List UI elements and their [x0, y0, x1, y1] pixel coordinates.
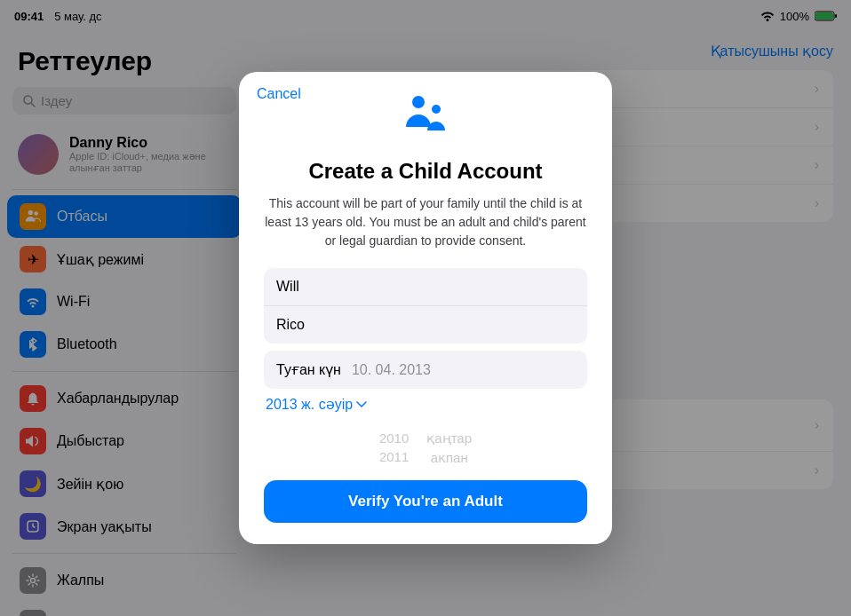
create-child-account-modal: Cancel Create a Child Account This accou… — [239, 72, 612, 544]
chevron-down-icon — [356, 401, 367, 408]
picker-year-2010: 2010 — [379, 430, 409, 446]
year-selector-text: 2013 ж. сәуір — [266, 396, 353, 413]
date-value: 10. 04. 2013 — [352, 362, 431, 378]
date-picker-preview: 2010 2011 қаңтар ақпан — [264, 427, 587, 462]
picker-year-2011: 2011 — [379, 449, 409, 462]
modal-description: This account will be part of your family… — [264, 194, 587, 250]
family-modal-icon — [264, 90, 587, 150]
picker-month-qantar: қаңтар — [426, 430, 472, 446]
picker-col-year: 2010 2011 — [379, 430, 409, 462]
svg-point-12 — [412, 96, 425, 108]
modal-overlay: Cancel Create a Child Account This accou… — [0, 0, 851, 616]
year-selector[interactable]: 2013 ж. сәуір — [264, 396, 587, 413]
modal-title: Create a Child Account — [264, 159, 587, 184]
picker-col-month: қаңтар ақпан — [426, 430, 472, 462]
verify-adult-button[interactable]: Verify You're an Adult — [264, 480, 587, 523]
svg-point-13 — [432, 105, 441, 114]
first-name-input[interactable] — [264, 268, 587, 306]
picker-month-aqpan: ақпан — [426, 450, 472, 462]
date-label: Туған күн — [276, 361, 341, 378]
birthdate-field[interactable]: Туған күн 10. 04. 2013 — [264, 351, 587, 389]
modal-body: Create a Child Account This account will… — [239, 72, 612, 544]
modal-cancel-button[interactable]: Cancel — [257, 86, 301, 102]
last-name-input[interactable] — [264, 306, 587, 344]
name-input-group — [264, 268, 587, 344]
